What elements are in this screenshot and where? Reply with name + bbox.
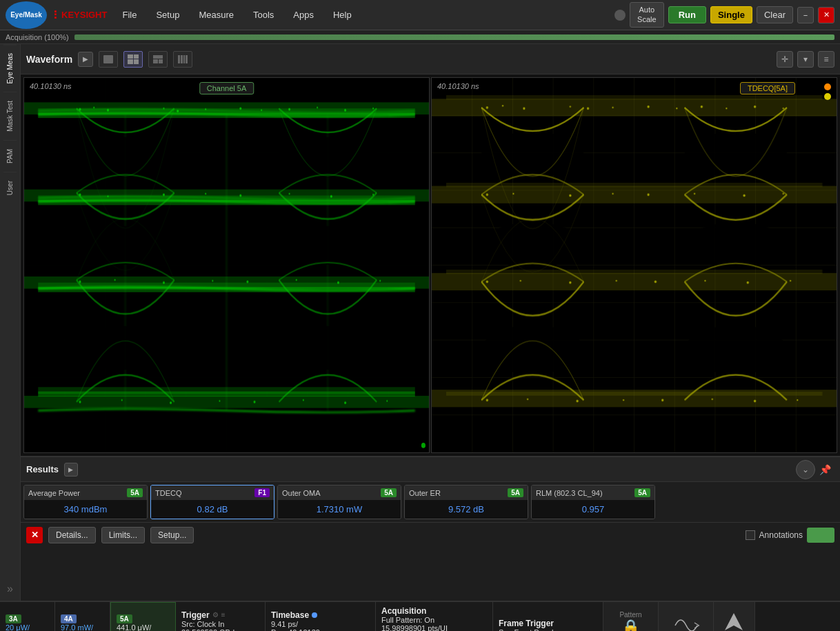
right-channel-badge: TDECQ[5A] [740,82,795,94]
layout-quad[interactable] [173,51,192,68]
result-value-avg-power[interactable]: 340 mdBm [24,500,147,519]
trigger-settings-icon[interactable]: ⚙ [212,611,219,619]
menu-setup[interactable]: Setup [152,7,183,23]
trigger-freq: 26.562500 GBd [181,628,259,632]
menu-file[interactable]: File [118,7,141,23]
svg-rect-142 [446,95,823,99]
svg-point-63 [212,280,213,282]
svg-point-105 [685,325,787,374]
result-value-outer-er[interactable]: 9.572 dB [405,500,528,519]
svg-rect-144 [446,270,823,274]
svg-point-69 [121,399,123,401]
svg-rect-98 [432,273,837,290]
svg-point-32 [77,226,174,265]
menu-bar: File Setup Measure Tools Apps Help [118,7,614,23]
svg-point-60 [79,281,81,283]
status-indicator [614,10,626,21]
layout-triple[interactable] [148,51,168,68]
setup-button[interactable]: Setup... [150,527,194,543]
waveform-play-button[interactable]: ▶ [78,52,93,67]
svg-point-113 [676,108,677,110]
pattern-label: Pattern [619,611,641,619]
timebase-indicator [312,612,317,618]
result-value-tdecq[interactable]: 0.82 dB [151,500,274,519]
svg-point-141 [797,399,798,401]
layout-dual[interactable] [123,51,143,68]
svg-point-33 [279,226,377,265]
sidebar-tab-mask-test[interactable]: Mask Test [3,92,17,140]
toolbar-right: AutoScale Run Single Clear − ✕ [614,2,834,27]
menu-help[interactable]: Help [329,7,356,23]
svg-marker-146 [725,613,743,630]
single-button[interactable]: Single [710,6,752,23]
svg-point-71 [219,400,220,402]
dropdown-icon[interactable]: ▾ [797,51,814,68]
acquisition-pts: 15.98998901 pts/UI [381,624,487,632]
channel-4a-section: 4A 97.0 mW/ 0 V [55,602,110,631]
right-eye-diagram [432,78,837,452]
app-badge: Eye/Mask [6,1,47,29]
svg-point-59 [372,194,374,196]
tdecq-dots [824,83,831,100]
menu-icon[interactable]: ≡ [818,51,834,68]
sidebar-tab-eye-meas[interactable]: Eye Meas [3,44,17,92]
auto-scale-button[interactable]: AutoScale [630,2,664,27]
menu-apps[interactable]: Apps [289,7,318,23]
svg-rect-145 [446,392,823,396]
annotations-color-button[interactable] [807,528,834,543]
svg-point-54 [163,193,165,196]
menu-tools[interactable]: Tools [249,7,278,23]
annotations-checkbox[interactable] [746,530,755,540]
signals-section[interactable]: Signals [714,602,755,631]
svg-point-114 [701,106,703,108]
math-section[interactable]: Math [659,602,714,631]
svg-rect-97 [432,186,837,203]
layout-single[interactable] [99,51,118,68]
svg-point-125 [783,193,784,195]
results-play-button[interactable]: ▶ [64,463,78,477]
result-value-outer-oma[interactable]: 1.7310 mW [278,500,401,519]
svg-point-128 [569,281,571,284]
dot-yellow [824,93,831,100]
result-value-rlm[interactable]: 0.957 [532,500,654,519]
svg-rect-37 [24,190,429,202]
svg-point-122 [648,193,650,196]
close-button[interactable]: ✕ [818,7,834,23]
svg-point-136 [577,400,579,403]
result-tag-tdecq: F1 [254,488,270,497]
svg-point-106 [486,106,488,109]
svg-point-42 [107,109,109,112]
svg-point-66 [337,281,339,284]
minimize-button[interactable]: − [797,7,814,23]
status-bar: 3A 20 μW/ -27.75 μW 4A 97.0 mW/ 0 V 5A 4… [0,601,840,631]
sidebar-tab-user[interactable]: User [3,172,17,203]
math-arrows-icon [672,611,700,632]
channel-3a-value1: 20 μW/ [6,623,49,631]
signals-icon [722,610,746,632]
svg-point-111 [612,107,614,109]
sidebar-expand-arrow[interactable]: » [7,583,13,595]
svg-point-131 [704,280,706,282]
svg-point-74 [344,401,346,404]
acquisition-label: Acquisition [381,606,426,616]
result-name-avg-power: Average Power [28,489,124,497]
clear-button[interactable]: Clear [757,6,793,23]
svg-point-139 [712,399,713,401]
svg-point-115 [726,108,727,110]
crosshair-icon[interactable]: ✛ [777,51,793,68]
annotations-label: Annotations [759,530,803,540]
svg-point-61 [114,279,116,281]
limits-button[interactable]: Limits... [101,527,145,543]
svg-point-116 [754,106,756,108]
details-button[interactable]: Details... [48,527,96,543]
menu-measure[interactable]: Measure [194,7,238,23]
run-button[interactable]: Run [668,6,706,23]
svg-point-134 [486,399,488,401]
results-header: Results ▶ ⌄ 📌 [21,457,840,482]
results-pin-button[interactable]: 📌 [815,460,834,479]
results-expand-button[interactable]: ⌄ [796,460,815,479]
close-results-button[interactable]: ✕ [26,527,43,543]
svg-point-133 [790,280,791,282]
sidebar-tab-pam[interactable]: PAM [3,140,17,172]
main-container: Eye Meas Mask Test PAM User » Waveform ▶ [0,44,840,601]
